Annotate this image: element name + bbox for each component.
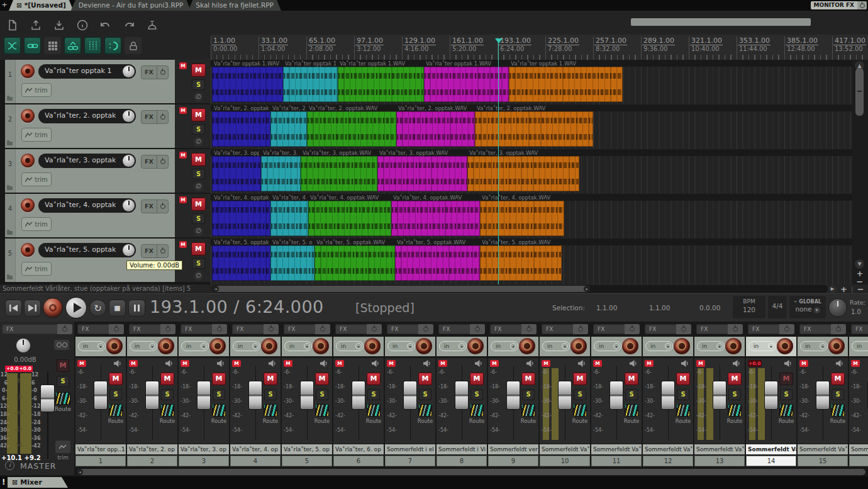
chevron-down-icon[interactable]: ▾ bbox=[814, 307, 820, 313]
mute-indicator-badge[interactable]: M bbox=[593, 360, 602, 367]
strip-number[interactable]: 13 bbox=[694, 456, 745, 466]
bpm-box[interactable]: BPM 120 bbox=[733, 296, 765, 318]
route-button[interactable] bbox=[831, 404, 845, 417]
selection-start[interactable]: 1.1.00 bbox=[596, 304, 617, 312]
fx-power-icon[interactable] bbox=[157, 245, 168, 257]
close-icon[interactable]: ⊠ bbox=[16, 1, 22, 9]
volume-knob[interactable] bbox=[123, 110, 135, 122]
volume-fader[interactable] bbox=[300, 381, 314, 410]
record-arm-button[interactable] bbox=[416, 338, 432, 354]
mute-indicator-badge[interactable]: M bbox=[438, 360, 447, 367]
strip-fx-button[interactable]: FX bbox=[181, 324, 227, 334]
open-project-icon[interactable] bbox=[28, 17, 43, 33]
route-button[interactable] bbox=[418, 404, 432, 417]
solo-button[interactable]: S bbox=[109, 389, 122, 400]
media-item[interactable] bbox=[212, 111, 270, 147]
play-button[interactable] bbox=[65, 297, 87, 318]
mute-button[interactable]: M bbox=[191, 64, 206, 77]
track-name[interactable]: Va˚rla˚ter, 5. opptak bbox=[45, 245, 116, 254]
mute-indicator-badge[interactable]: M bbox=[799, 360, 808, 367]
fx-power-icon[interactable] bbox=[470, 324, 485, 334]
chevron-down-icon[interactable]: ▾ bbox=[562, 343, 568, 349]
strip-name[interactable]: Va˚rla˚ter, 5. op bbox=[282, 444, 332, 454]
mute-button[interactable]: M bbox=[191, 153, 206, 166]
record-arm-button[interactable] bbox=[21, 154, 35, 167]
volume-fader[interactable] bbox=[661, 381, 675, 410]
scroll-right-end-icon[interactable]: ▶ bbox=[828, 285, 837, 293]
fx-power-icon[interactable] bbox=[315, 324, 330, 334]
trim-envelope-button[interactable]: trim bbox=[21, 172, 52, 186]
media-item[interactable] bbox=[212, 245, 270, 281]
fx-power-icon[interactable] bbox=[157, 200, 168, 213]
strip-number[interactable]: 12 bbox=[643, 456, 693, 466]
strip-name[interactable]: Va˚rla˚ter opp..1 bbox=[75, 444, 126, 454]
media-item[interactable] bbox=[391, 201, 480, 236]
scroll-left-icon[interactable]: ◂ bbox=[213, 286, 219, 292]
strip-fx-button[interactable]: FX bbox=[335, 324, 382, 334]
strip-number[interactable]: 3 bbox=[179, 456, 229, 466]
strip-fx-button[interactable]: FX bbox=[387, 324, 433, 334]
solo-button[interactable]: S bbox=[192, 213, 205, 224]
strip-name[interactable]: Sommerfeldt Va˚ bbox=[849, 444, 868, 454]
media-item[interactable] bbox=[396, 111, 475, 147]
media-item[interactable] bbox=[270, 245, 314, 281]
peak-indicator-badge[interactable]: +0.0 bbox=[748, 360, 762, 367]
scroll-down-icon[interactable]: ▼ bbox=[855, 259, 864, 269]
repeat-button[interactable]: ↻ bbox=[89, 300, 106, 317]
mute-indicator-badge[interactable]: M bbox=[129, 360, 138, 367]
solo-button[interactable]: S bbox=[264, 389, 277, 400]
save-project-icon[interactable] bbox=[52, 17, 67, 33]
mute-indicator-badge[interactable]: M bbox=[851, 360, 860, 367]
new-tab-button[interactable]: + bbox=[0, 0, 9, 11]
strip-number[interactable]: 5 bbox=[282, 456, 332, 466]
folder-icon[interactable] bbox=[7, 142, 13, 145]
volume-knob[interactable] bbox=[123, 244, 135, 256]
edit-lock-toggle[interactable] bbox=[125, 37, 142, 54]
volume-fader[interactable] bbox=[764, 381, 778, 410]
playrate-knob[interactable] bbox=[828, 298, 847, 317]
strip-number[interactable]: 14 bbox=[746, 456, 796, 466]
chevron-down-icon[interactable]: ▾ bbox=[149, 343, 155, 349]
fx-power-icon[interactable] bbox=[157, 66, 168, 79]
media-item[interactable] bbox=[314, 245, 395, 281]
snap-to-grid-toggle[interactable] bbox=[84, 37, 101, 54]
vertical-scrollbar[interactable]: ▲ ▼ + − bbox=[852, 60, 868, 284]
record-arm-button[interactable] bbox=[674, 338, 690, 354]
master-trim-button[interactable] bbox=[55, 441, 70, 453]
volume-fader[interactable] bbox=[94, 381, 108, 410]
mute-button[interactable]: M bbox=[573, 373, 587, 385]
input-selector[interactable]: in▾ bbox=[594, 341, 621, 351]
chevron-down-icon[interactable]: ▾ bbox=[613, 343, 620, 349]
strip-name[interactable]: Sommerfeldt i Vi bbox=[437, 444, 487, 454]
input-selector[interactable]: in▾ bbox=[542, 341, 570, 351]
zoom-in-horizontal-button[interactable]: + bbox=[840, 284, 847, 294]
media-item[interactable] bbox=[475, 111, 593, 147]
new-project-icon[interactable] bbox=[5, 17, 20, 33]
strip-name[interactable]: Sommerfeldt i el bbox=[385, 444, 435, 454]
ripple-edit-toggle[interactable] bbox=[104, 37, 121, 54]
mute-indicator-badge[interactable]: M bbox=[335, 360, 344, 367]
bpm-value[interactable]: 120 bbox=[733, 306, 765, 313]
media-item[interactable] bbox=[261, 156, 301, 191]
mute-indicator-badge[interactable]: M bbox=[387, 360, 396, 367]
record-arm-button[interactable] bbox=[570, 338, 587, 354]
record-arm-button[interactable] bbox=[519, 338, 535, 354]
tab-mixer[interactable]: ⊠Mixer bbox=[8, 477, 68, 488]
transport-position[interactable]: 193.1.00 / 6:24.000 bbox=[150, 297, 324, 317]
fx-button[interactable]: FX bbox=[142, 245, 157, 257]
mute-button[interactable]: M bbox=[418, 373, 432, 385]
volume-fader[interactable] bbox=[713, 381, 726, 410]
master-fx-button[interactable]: FX bbox=[2, 324, 72, 334]
strip-fx-button[interactable]: FX bbox=[593, 324, 640, 334]
fx-power-icon[interactable] bbox=[157, 111, 168, 123]
solo-button[interactable]: S bbox=[213, 389, 225, 400]
track-name-field[interactable]: Va˚rla˚ter, 2. opptak bbox=[38, 109, 136, 123]
volume-fader[interactable] bbox=[558, 381, 572, 410]
strip-fx-button[interactable]: FX bbox=[129, 324, 175, 334]
chevron-down-icon[interactable]: ▾ bbox=[252, 343, 259, 349]
record-arm-button[interactable] bbox=[828, 338, 845, 354]
go-to-end-button[interactable] bbox=[24, 300, 41, 317]
strip-name[interactable]: Sommerfeldt Va˚ bbox=[746, 444, 796, 454]
master-clip-indicator[interactable]: +0.0 +0.0 bbox=[5, 366, 33, 372]
fx-power-icon[interactable] bbox=[521, 324, 537, 334]
